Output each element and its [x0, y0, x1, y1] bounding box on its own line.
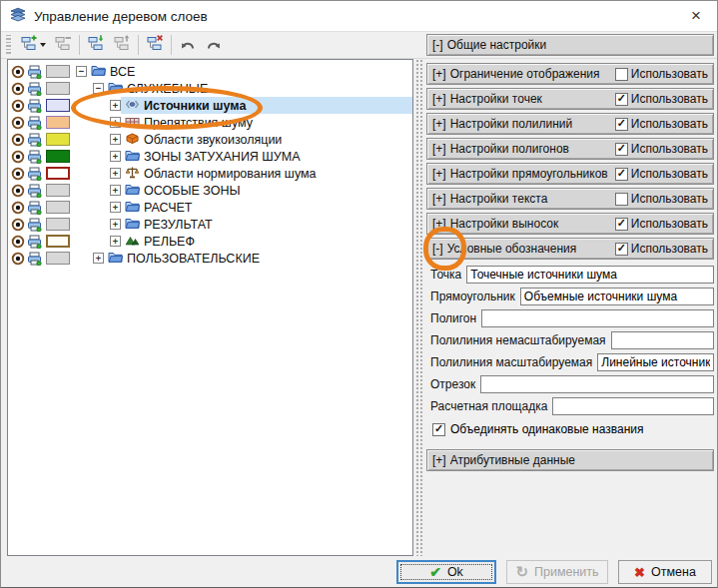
visibility-eye-icon[interactable]	[10, 235, 26, 249]
section-toggle[interactable]: [+]	[432, 67, 446, 81]
close-icon[interactable]: ×	[683, 6, 709, 26]
polyline-scalable-legend-input[interactable]	[597, 353, 714, 371]
use-checkbox[interactable]: Использовать	[615, 242, 708, 256]
layer-label[interactable]: Препятствия шуму	[144, 116, 253, 130]
section-text-settings[interactable]: [+] Настройки текста Использовать	[426, 188, 714, 210]
use-checkbox[interactable]: Использовать	[615, 192, 708, 206]
print-icon[interactable]	[26, 82, 42, 96]
checkbox[interactable]	[432, 423, 445, 436]
rectangle-legend-input[interactable]	[520, 288, 714, 305]
layer-color-swatch[interactable]	[46, 82, 70, 95]
layer-label[interactable]: ОСОБЫЕ ЗОНЫ	[144, 184, 241, 198]
visibility-eye-icon[interactable]	[10, 201, 26, 215]
visibility-eye-icon[interactable]	[10, 82, 26, 96]
visibility-eye-icon[interactable]	[10, 167, 26, 181]
visibility-eye-icon[interactable]	[10, 184, 26, 198]
tree-row-user-layers[interactable]: + ПОЛЬЗОВАТЕЛЬСКИЕ	[8, 250, 412, 267]
layer-color-swatch[interactable]	[46, 218, 70, 231]
layer-label[interactable]: Области нормирования шума	[144, 167, 317, 181]
section-rectangle-settings[interactable]: [+] Настройки прямоугольников Использова…	[426, 163, 714, 185]
print-icon[interactable]	[26, 150, 42, 164]
section-toggle[interactable]: [+]	[432, 92, 446, 106]
tree-toggle[interactable]: +	[110, 202, 121, 213]
tree-toggle[interactable]: +	[110, 117, 121, 128]
section-toggle[interactable]: [-]	[432, 242, 443, 256]
tree-row-attenuation-zones[interactable]: + ЗОНЫ ЗАТУХАНИЯ ШУМА	[8, 148, 412, 165]
section-toggle[interactable]: [+]	[432, 192, 446, 206]
layer-color-swatch[interactable]	[46, 201, 70, 214]
visibility-eye-icon[interactable]	[10, 116, 26, 130]
checkbox[interactable]	[615, 118, 628, 131]
tree-toggle[interactable]: +	[110, 151, 121, 162]
layer-color-swatch[interactable]	[46, 184, 70, 197]
use-checkbox[interactable]: Использовать	[615, 217, 708, 231]
tree-toggle[interactable]: +	[110, 219, 121, 230]
checkbox[interactable]	[615, 93, 628, 106]
section-polygon-settings[interactable]: [+] Настройки полигонов Использовать	[426, 138, 714, 160]
visibility-eye-icon[interactable]	[10, 99, 26, 113]
section-toggle[interactable]: [+]	[432, 217, 446, 231]
tree-row-norming-areas[interactable]: + Области нормирования шума	[8, 165, 412, 182]
polygon-legend-input[interactable]	[481, 309, 714, 327]
layer-label[interactable]: ЗОНЫ ЗАТУХАНИЯ ШУМА	[144, 150, 301, 164]
visibility-eye-icon[interactable]	[10, 252, 26, 266]
use-checkbox[interactable]: Использовать	[615, 117, 708, 131]
tree-toggle[interactable]: +	[93, 253, 104, 264]
checkbox[interactable]	[615, 243, 628, 256]
layer-label[interactable]: РЕЛЬЕФ	[144, 235, 195, 249]
tree-toggle[interactable]: −	[76, 66, 87, 77]
print-icon[interactable]	[26, 252, 42, 266]
print-icon[interactable]	[26, 65, 42, 79]
move-layer-down-button[interactable]	[83, 33, 109, 57]
section-callout-settings[interactable]: [+] Настройки выносок Использовать	[426, 213, 714, 235]
tree-toggle[interactable]: +	[110, 168, 121, 179]
tree-row-noise-sources[interactable]: + Источники шума	[8, 97, 412, 114]
print-icon[interactable]	[26, 201, 42, 215]
toolbar-grip[interactable]	[6, 35, 11, 55]
apply-button[interactable]: ↻ Применить	[506, 560, 608, 584]
print-icon[interactable]	[26, 116, 42, 130]
tree-row-special-zones[interactable]: + ОСОБЫЕ ЗОНЫ	[8, 182, 412, 199]
undo-button[interactable]	[175, 33, 201, 57]
add-layer-button[interactable]	[16, 33, 50, 57]
layer-color-swatch[interactable]	[46, 116, 70, 129]
segment-legend-input[interactable]	[480, 375, 714, 393]
section-point-settings[interactable]: [+] Настройки точек Использовать	[426, 88, 714, 110]
checkbox[interactable]	[615, 143, 628, 156]
tree-toggle[interactable]: +	[110, 134, 121, 145]
print-icon[interactable]	[26, 99, 42, 113]
tree-row-calculation[interactable]: + РАСЧЕТ	[8, 199, 412, 216]
section-toggle[interactable]: [-]	[432, 38, 443, 52]
ok-button[interactable]: ✔ Ok	[396, 560, 496, 584]
section-legend[interactable]: [-] Условные обозначения Использовать	[426, 238, 714, 260]
tree-row-relief[interactable]: + РЕЛЬЕФ	[8, 233, 412, 250]
section-polyline-settings[interactable]: [+] Настройки полилиний Использовать	[426, 113, 714, 135]
layer-label[interactable]: РЕЗУЛЬТАТ	[144, 218, 213, 232]
merge-same-names-checkbox[interactable]: Объединять одинаковые названия	[432, 419, 714, 439]
layer-label[interactable]: ПОЛЬЗОВАТЕЛЬСКИЕ	[127, 252, 260, 266]
polyline-nonscalable-legend-input[interactable]	[611, 331, 714, 349]
layer-label[interactable]: ВСЕ	[110, 65, 135, 79]
section-attribute-data[interactable]: [+] Атрибутивные данные	[426, 449, 714, 471]
cancel-button[interactable]: ✖ Отмена	[618, 560, 712, 584]
section-general-settings[interactable]: [-] Общие настройки	[426, 34, 714, 56]
use-checkbox[interactable]: Использовать	[615, 92, 708, 106]
use-checkbox[interactable]: Использовать	[615, 167, 708, 181]
checkbox[interactable]	[615, 218, 628, 231]
layer-label[interactable]: РАСЧЕТ	[144, 201, 192, 215]
panel-splitter[interactable]	[415, 59, 423, 556]
tree-row-all[interactable]: − ВСЕ	[8, 63, 412, 80]
print-icon[interactable]	[26, 133, 42, 147]
use-checkbox[interactable]: Использовать	[615, 142, 708, 156]
section-toggle[interactable]: [+]	[432, 142, 446, 156]
delete-layer-button[interactable]	[142, 33, 168, 57]
print-icon[interactable]	[26, 235, 42, 249]
layer-label[interactable]: Источники шума	[144, 99, 246, 113]
tree-toggle[interactable]: +	[110, 236, 121, 247]
layer-label[interactable]: Области звукоизоляции	[144, 133, 282, 147]
section-toggle[interactable]: [+]	[432, 117, 446, 131]
checkbox[interactable]	[615, 168, 628, 181]
visibility-eye-icon[interactable]	[10, 133, 26, 147]
checkbox[interactable]	[615, 193, 628, 206]
move-layer-up-button[interactable]	[109, 33, 135, 57]
